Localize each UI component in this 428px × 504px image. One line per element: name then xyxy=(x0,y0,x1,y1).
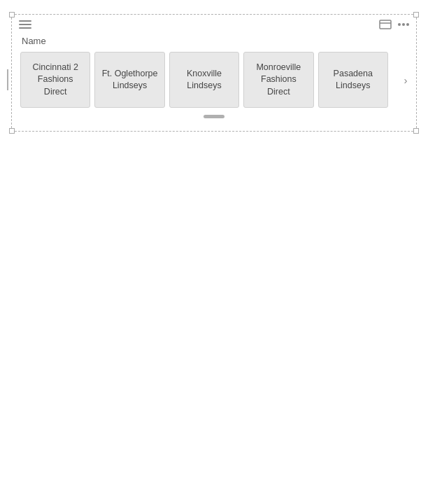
cards-wrapper: Cincinnati 2 Fashions DirectFt. Oglethor… xyxy=(12,52,416,108)
toolbar-left xyxy=(19,20,31,29)
resize-handle-tl[interactable] xyxy=(9,12,15,18)
more-options-icon[interactable] xyxy=(398,23,409,26)
column-header: Name xyxy=(12,33,416,52)
card-item-4[interactable]: Monroeville Fashions Direct xyxy=(243,52,313,108)
resize-handle-tr[interactable] xyxy=(413,12,419,18)
widget-toolbar xyxy=(12,15,416,33)
next-arrow[interactable]: › xyxy=(398,72,413,88)
expand-icon[interactable] xyxy=(378,19,392,30)
hamburger-icon[interactable] xyxy=(19,20,31,29)
scrollbar-thumb xyxy=(204,115,224,118)
card-item-3[interactable]: Knoxville Lindseys xyxy=(169,52,239,108)
card-item-5[interactable]: Pasadena Lindseys xyxy=(318,52,388,108)
widget-container: Name Cincinnati 2 Fashions DirectFt. Ogl… xyxy=(11,14,417,132)
column-name-label: Name xyxy=(22,36,46,46)
resize-handle-bl[interactable] xyxy=(9,128,15,134)
toolbar-right xyxy=(378,19,409,30)
page: Name Cincinnati 2 Fashions DirectFt. Ogl… xyxy=(0,0,428,504)
resize-handle-br[interactable] xyxy=(413,128,419,134)
card-item-2[interactable]: Ft. Oglethorpe Lindseys xyxy=(94,52,164,108)
cards-scroll: Cincinnati 2 Fashions DirectFt. Oglethor… xyxy=(15,52,398,108)
bottom-scrollbar[interactable] xyxy=(12,115,416,118)
svg-rect-0 xyxy=(380,20,391,29)
card-item-1[interactable]: Cincinnati 2 Fashions Direct xyxy=(20,52,90,108)
left-resize-handle[interactable] xyxy=(6,66,12,94)
